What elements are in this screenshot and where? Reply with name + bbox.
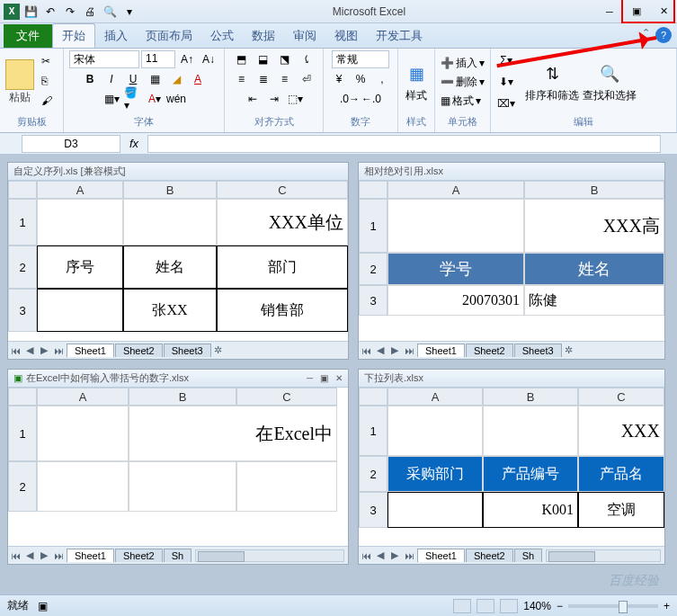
tab-nav-last[interactable]: ⏭ xyxy=(51,345,66,356)
tab-nav-prev[interactable]: ◀ xyxy=(22,549,37,561)
cell[interactable]: XXX单位 xyxy=(217,199,348,246)
col-header[interactable]: B xyxy=(129,388,236,406)
cell[interactable]: 产品编号 xyxy=(483,456,578,492)
tab-nav-next[interactable]: ▶ xyxy=(37,549,51,561)
cell[interactable] xyxy=(129,461,236,512)
cell[interactable]: 张XX xyxy=(123,289,217,332)
col-header[interactable]: A xyxy=(387,388,483,406)
col-header[interactable]: B xyxy=(483,388,578,406)
formula-bar[interactable] xyxy=(147,135,661,153)
minimize-button[interactable]: ─ xyxy=(596,3,623,21)
tab-data[interactable]: 数据 xyxy=(243,24,284,48)
select-all-corner[interactable] xyxy=(8,388,37,406)
phonetic-button[interactable]: wén xyxy=(166,90,186,108)
fill-more-button[interactable]: 🪣▾ xyxy=(123,90,143,108)
cell[interactable] xyxy=(37,406,129,461)
tab-file[interactable]: 文件 xyxy=(4,24,52,48)
increase-indent-button[interactable]: ⇥ xyxy=(264,90,284,108)
decrease-decimal-button[interactable]: ←.0 xyxy=(361,90,381,108)
insert-cells-button[interactable]: ➕插入▾ xyxy=(441,56,485,71)
italic-button[interactable]: I xyxy=(102,70,121,88)
cell[interactable]: 空调 xyxy=(578,492,664,528)
cell[interactable] xyxy=(387,406,483,456)
currency-button[interactable]: ¥ xyxy=(329,70,349,88)
workbook-window-2[interactable]: 相对绝对引用.xlsx A B 1 XXX高 2 学号 姓名 3 2007030… xyxy=(358,162,665,360)
cell[interactable]: 姓名 xyxy=(524,253,664,285)
col-header[interactable]: C xyxy=(217,181,348,199)
sheet-tab[interactable]: Sh xyxy=(514,549,542,562)
sheet-tab[interactable]: Sheet2 xyxy=(115,549,163,562)
cell[interactable]: 陈健 xyxy=(524,285,664,316)
number-format-combo[interactable]: 常规 xyxy=(332,50,389,68)
tab-nav-last[interactable]: ⏭ xyxy=(402,550,416,561)
cell[interactable]: 采购部门 xyxy=(387,456,483,492)
cut-button[interactable]: ✂ xyxy=(41,55,58,69)
row-header[interactable]: 3 xyxy=(8,289,37,332)
col-header[interactable]: A xyxy=(37,181,123,199)
sheet-tab[interactable]: Sheet2 xyxy=(466,549,513,562)
select-all-corner[interactable] xyxy=(359,388,387,406)
view-normal-button[interactable] xyxy=(453,599,471,613)
horizontal-scrollbar[interactable] xyxy=(546,549,661,562)
align-right-button[interactable]: ≡ xyxy=(275,70,295,88)
cell[interactable] xyxy=(236,461,337,512)
cell[interactable] xyxy=(387,199,524,253)
sheet-tab[interactable]: Sheet1 xyxy=(417,344,465,357)
row-header[interactable]: 2 xyxy=(8,461,37,512)
zoom-out-button[interactable]: − xyxy=(557,600,563,612)
window-title-1[interactable]: 自定义序列.xls [兼容模式] xyxy=(8,163,348,181)
tab-view[interactable]: 视图 xyxy=(325,24,367,48)
horizontal-scrollbar[interactable] xyxy=(195,549,344,562)
decrease-font-button[interactable]: A↓ xyxy=(199,50,218,68)
row-header[interactable]: 2 xyxy=(359,253,387,285)
child-minimize-button[interactable]: ─ xyxy=(307,373,313,383)
decrease-indent-button[interactable]: ⇤ xyxy=(243,90,263,108)
cell[interactable]: 20070301 xyxy=(387,285,524,316)
cell[interactable] xyxy=(37,199,123,246)
increase-font-button[interactable]: A↑ xyxy=(177,50,197,68)
cell[interactable]: K001 xyxy=(483,492,578,528)
col-header[interactable]: A xyxy=(387,181,524,199)
tab-developer[interactable]: 开发工具 xyxy=(367,24,432,48)
col-header[interactable]: C xyxy=(578,388,664,406)
sheet-tab[interactable]: Sheet1 xyxy=(67,344,114,357)
row-header[interactable]: 1 xyxy=(8,199,37,246)
align-top-button[interactable]: ⬒ xyxy=(232,50,252,68)
fill-button[interactable]: ⬇▾ xyxy=(496,73,516,91)
bold-button[interactable]: B xyxy=(80,70,100,88)
print-button[interactable]: 🖨 xyxy=(81,3,99,21)
restore-button[interactable]: ▣ xyxy=(623,3,650,21)
wrap-text-button[interactable]: ⏎ xyxy=(297,70,316,88)
cell[interactable] xyxy=(37,461,129,512)
cell[interactable]: 销售部 xyxy=(217,289,348,332)
excel-icon[interactable]: X xyxy=(4,4,20,20)
cell[interactable] xyxy=(37,289,123,332)
cell[interactable]: 学号 xyxy=(387,253,524,285)
view-layout-button[interactable] xyxy=(477,599,494,613)
sheet-tab[interactable]: Sheet3 xyxy=(164,344,211,357)
font-size-combo[interactable]: 11 xyxy=(141,50,175,68)
select-all-corner[interactable] xyxy=(8,181,37,199)
copy-button[interactable]: ⎘ xyxy=(41,75,58,89)
cell[interactable]: 序号 xyxy=(37,246,123,289)
cell[interactable] xyxy=(483,406,578,456)
row-header[interactable]: 3 xyxy=(359,492,387,528)
row-header[interactable]: 3 xyxy=(359,285,387,316)
row-header[interactable]: 2 xyxy=(8,246,37,289)
close-button[interactable]: ✕ xyxy=(650,3,677,21)
tab-nav-first[interactable]: ⏮ xyxy=(359,345,373,356)
tab-review[interactable]: 审阅 xyxy=(284,24,325,48)
sheet-tab[interactable]: Sheet2 xyxy=(466,344,513,357)
workbook-window-4[interactable]: 下拉列表.xlsx A B C 1 XXX 2 采购部门 产品编号 产品名 3 xyxy=(358,369,665,565)
tab-nav-first[interactable]: ⏮ xyxy=(359,550,373,561)
tab-nav-next[interactable]: ▶ xyxy=(37,344,51,356)
cell[interactable]: 在Excel中 xyxy=(129,406,337,461)
qat-customize-icon[interactable]: ▾ xyxy=(120,3,138,21)
sheet-tab[interactable]: Sheet3 xyxy=(514,344,562,357)
macro-record-icon[interactable]: ▣ xyxy=(38,600,48,612)
align-left-button[interactable]: ≡ xyxy=(232,70,252,88)
tab-nav-first[interactable]: ⏮ xyxy=(8,550,22,561)
merge-button[interactable]: ⬚▾ xyxy=(286,90,306,108)
percent-button[interactable]: % xyxy=(351,70,370,88)
increase-decimal-button[interactable]: .0→ xyxy=(340,90,360,108)
